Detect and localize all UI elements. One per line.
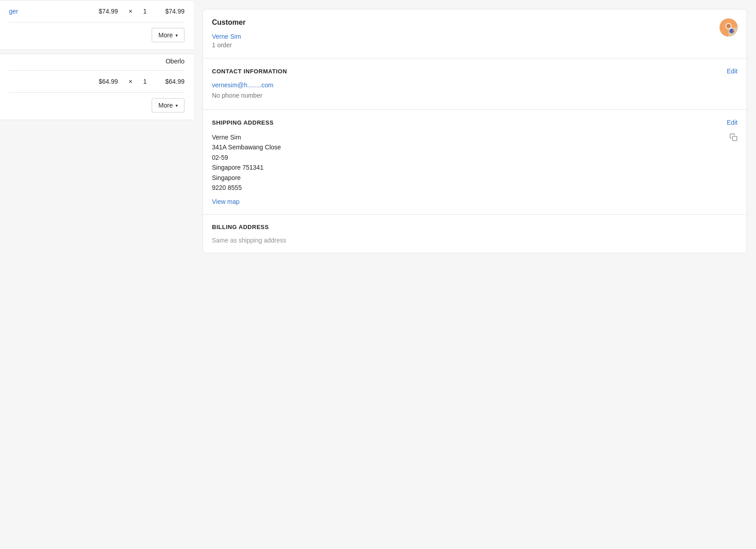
customer-info: Customer Verne Sim 1 order [212,18,246,49]
item-1-total: $74.99 [158,8,184,15]
address-line1: 341A Sembawang Close [212,142,281,152]
shipping-header: SHIPPING ADDRESS Edit [212,119,738,126]
billing-title: BILLING ADDRESS [212,224,269,230]
contact-title: CONTACT INFORMATION [212,68,287,75]
item-2-total: $64.99 [158,78,184,85]
customer-section: Customer Verne Sim 1 order 📍 [203,9,747,58]
billing-same-as: Same as shipping address [212,237,738,244]
contact-section: CONTACT INFORMATION Edit vernesim@h.....… [203,58,747,109]
shipping-section: SHIPPING ADDRESS Edit Verne Sim 341A Sem… [203,110,747,214]
view-map-link[interactable]: View map [212,198,738,205]
left-panel: ger $74.99 × 1 $74.99 More ▾ Oberlo $64.… [0,0,194,549]
item-2-qty: 1 [143,78,147,85]
item-2-multiply: × [129,78,132,85]
address-line5: 9220 8555 [212,183,281,193]
customer-avatar: 📍 [720,18,738,36]
contact-header: CONTACT INFORMATION Edit [212,68,738,75]
item-1-multiply: × [129,8,132,15]
address-line2: 02-59 [212,153,281,162]
contact-edit-link[interactable]: Edit [727,68,738,75]
item-2-supplier: Oberlo [0,54,194,70]
shipping-address-block: Verne Sim 341A Sembawang Close 02-59 Sin… [212,132,738,193]
item-2-chevron-icon: ▾ [176,103,178,108]
item-1-row: ger $74.99 × 1 $74.99 [0,0,194,22]
contact-email[interactable]: vernesim@h........com [212,81,273,89]
contact-phone: No phone number [212,91,738,100]
shipping-edit-link[interactable]: Edit [727,119,738,126]
customer-section-title: Customer [212,18,246,27]
item-2-more-button[interactable]: More ▾ [152,98,184,112]
item-1-price: $74.99 [91,8,118,15]
svg-rect-5 [733,136,737,141]
right-panel: Customer Verne Sim 1 order 📍 CO [194,0,756,549]
svg-text:📍: 📍 [731,30,735,34]
customer-card: Customer Verne Sim 1 order 📍 CO [202,9,747,253]
item-1-more-label: More [158,32,173,39]
order-item-1: ger $74.99 × 1 $74.99 More ▾ [0,0,194,50]
address-line4: Singapore [212,173,281,183]
address-name: Verne Sim [212,132,281,142]
shipping-title: SHIPPING ADDRESS [212,119,274,126]
item-2-more-label: More [158,102,173,109]
address-text: Verne Sim 341A Sembawang Close 02-59 Sin… [212,132,281,193]
svg-point-2 [726,24,731,28]
copy-address-icon[interactable] [729,133,738,143]
item-2-price: $64.99 [91,78,118,85]
item-1-chevron-icon: ▾ [176,33,178,38]
billing-section: BILLING ADDRESS Same as shipping address [203,215,747,253]
item-2-more-row: More ▾ [0,93,194,120]
order-item-2: Oberlo $64.99 × 1 $64.99 More ▾ [0,54,194,120]
item-1-more-row: More ▾ [0,22,194,50]
address-line3: Singapore 751341 [212,162,281,172]
item-1-more-button[interactable]: More ▾ [152,28,184,42]
customer-orders: 1 order [212,41,232,49]
item-1-link[interactable]: ger [9,8,18,15]
item-2-row: $64.99 × 1 $64.99 [0,71,194,92]
item-1-qty: 1 [143,8,147,15]
customer-name-link[interactable]: Verne Sim [212,33,246,40]
billing-header: BILLING ADDRESS [212,224,738,230]
avatar-svg: 📍 [720,18,738,36]
